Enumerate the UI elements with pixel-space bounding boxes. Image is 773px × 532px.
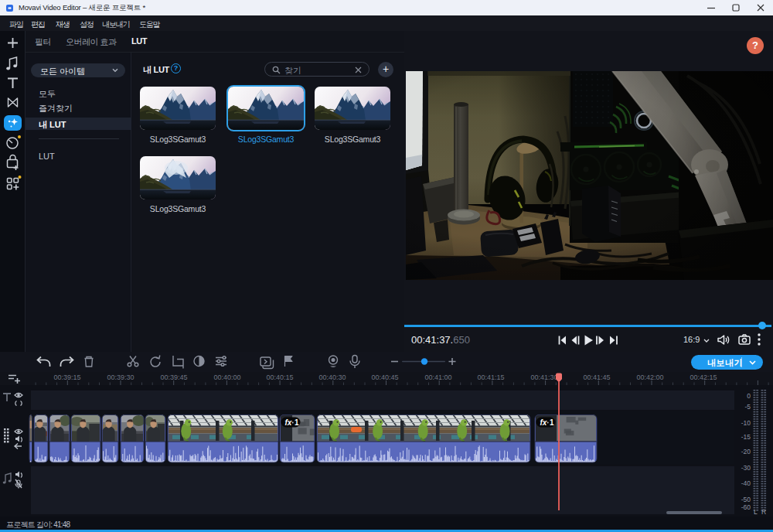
svg-text:-20: -20	[741, 448, 751, 455]
svg-text:-60: -60	[741, 503, 751, 511]
svg-text:0: 0	[747, 392, 751, 400]
svg-text:-5: -5	[744, 403, 751, 411]
svg-text:-10: -10	[741, 419, 751, 427]
svg-text:fx: fx	[540, 418, 547, 427]
svg-text:fx: fx	[285, 418, 292, 427]
svg-text:L: L	[754, 508, 758, 516]
svg-text:1: 1	[295, 418, 299, 427]
svg-text:R: R	[761, 508, 766, 516]
svg-text:-15: -15	[741, 433, 751, 441]
svg-text:1: 1	[550, 418, 554, 427]
svg-text:-40: -40	[741, 479, 751, 487]
svg-text:-50: -50	[741, 496, 751, 503]
svg-text:-30: -30	[741, 464, 751, 472]
